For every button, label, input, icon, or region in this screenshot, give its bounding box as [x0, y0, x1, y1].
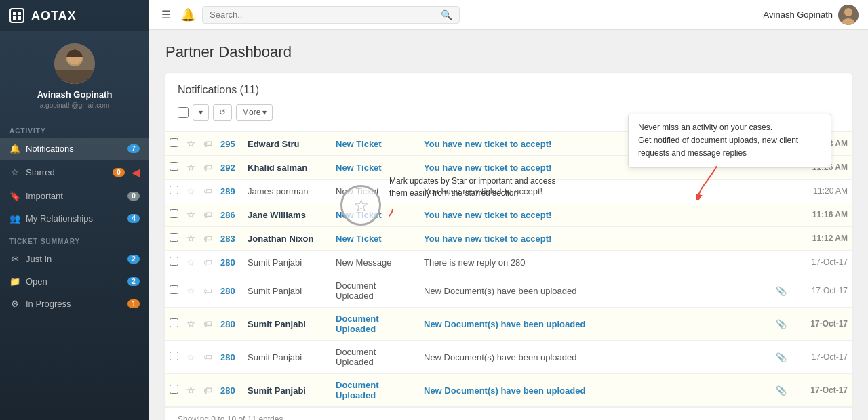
row-checkbox-cell[interactable] — [165, 180, 182, 203]
bookmark-cell[interactable]: 🏷 — [199, 251, 216, 274]
row-bookmark-icon[interactable]: 🏷 — [203, 210, 212, 220]
table-row: ☆ 🏷 280 Sumit Panjabi New Message There … — [165, 251, 852, 274]
select-all-checkbox[interactable] — [178, 107, 189, 118]
sidebar-item-just-in[interactable]: ✉ Just In 2 — [0, 248, 149, 270]
row-type[interactable]: New Ticket — [332, 132, 420, 156]
row-star-icon[interactable]: ☆ — [186, 257, 195, 268]
sidebar-item-important[interactable]: 🔖 Important 0 — [0, 185, 149, 207]
row-star-icon[interactable]: ☆ — [186, 385, 195, 396]
row-type[interactable]: New Message — [332, 251, 420, 274]
refresh-icon: ↺ — [219, 108, 226, 117]
row-star-icon[interactable]: ☆ — [186, 209, 195, 220]
row-checkbox-cell[interactable] — [165, 308, 182, 341]
row-time: 17-Oct-17 — [791, 251, 852, 274]
bookmark-cell[interactable]: 🏷 — [199, 203, 216, 227]
row-checkbox-cell[interactable] — [165, 341, 182, 374]
row-name: Sumit Panjabi — [243, 274, 332, 308]
row-bookmark-icon[interactable]: 🏷 — [203, 186, 212, 196]
sidebar-item-in-progress[interactable]: ⚙ In Progress 1 — [0, 293, 149, 315]
row-checkbox-cell[interactable] — [165, 156, 182, 180]
table-row: ☆ 🏷 280 Sumit Panjabi Document Uploaded … — [165, 374, 852, 407]
row-checkbox-cell[interactable] — [165, 227, 182, 251]
bookmark-cell[interactable]: 🏷 — [199, 308, 216, 341]
row-checkbox[interactable] — [170, 233, 178, 242]
row-checkbox-cell[interactable] — [165, 374, 182, 407]
notification-bell[interactable]: 🔔 — [180, 7, 195, 22]
row-star-icon[interactable]: ☆ — [186, 318, 195, 329]
row-star-icon[interactable]: ☆ — [186, 285, 195, 296]
star-cell[interactable]: ☆ — [182, 203, 199, 227]
sidebar-item-starred[interactable]: ☆ Starred 0 ◀ — [0, 160, 149, 185]
row-star-icon[interactable]: ☆ — [186, 233, 195, 244]
starred-arrow: ◀ — [132, 166, 140, 179]
refresh-button[interactable]: ↺ — [213, 104, 232, 121]
row-checkbox-cell[interactable] — [165, 251, 182, 274]
star-cell[interactable]: ☆ — [182, 180, 199, 203]
dropdown-arrow-button[interactable]: ▾ — [193, 104, 209, 121]
bookmark-cell[interactable]: 🏷 — [199, 227, 216, 251]
row-checkbox[interactable] — [170, 352, 178, 360]
row-checkbox[interactable] — [170, 138, 178, 147]
bookmark-cell[interactable]: 🏷 — [199, 341, 216, 374]
star-cell[interactable]: ☆ — [182, 227, 199, 251]
row-checkbox[interactable] — [170, 385, 178, 394]
row-attach-cell: 📎 — [772, 274, 791, 308]
star-cell[interactable]: ☆ — [182, 341, 199, 374]
row-checkbox[interactable] — [170, 285, 178, 294]
row-bookmark-icon[interactable]: 🏷 — [203, 163, 212, 173]
cog-icon: ⚙ — [9, 299, 20, 309]
row-star-icon[interactable]: ☆ — [186, 138, 195, 149]
row-bookmark-icon[interactable]: 🏷 — [203, 286, 212, 296]
row-checkbox[interactable] — [170, 186, 178, 194]
sidebar-item-my-relationships[interactable]: 👥 My Relationships 4 — [0, 207, 149, 230]
row-star-icon[interactable]: ☆ — [186, 352, 195, 362]
bookmark-cell[interactable]: 🏷 — [199, 180, 216, 203]
menu-icon[interactable]: ☰ — [159, 5, 174, 24]
search-input[interactable] — [210, 9, 437, 20]
bookmark-cell[interactable]: 🏷 — [199, 274, 216, 308]
row-bookmark-icon[interactable]: 🏷 — [203, 352, 212, 362]
topbar: ☰ 🔔 🔍 Avinash Gopinath — [149, 0, 868, 30]
row-checkbox[interactable] — [170, 257, 178, 266]
star-cell[interactable]: ☆ — [182, 274, 199, 308]
star-cell[interactable]: ☆ — [182, 132, 199, 156]
row-checkbox[interactable] — [170, 318, 178, 327]
more-button[interactable]: More ▾ — [236, 104, 273, 121]
sidebar-item-notifications[interactable]: 🔔 Notifications 7 — [0, 138, 149, 160]
row-checkbox-cell[interactable] — [165, 203, 182, 227]
row-star-icon[interactable]: ☆ — [186, 186, 195, 196]
row-checkbox-cell[interactable] — [165, 132, 182, 156]
row-star-icon[interactable]: ☆ — [186, 162, 195, 173]
activity-section-label: Activity — [0, 119, 149, 138]
row-name: Sumit Panjabi — [243, 374, 332, 407]
bookmark-cell[interactable]: 🏷 — [199, 156, 216, 180]
row-id: 295 — [216, 132, 243, 156]
attach-icon: 📎 — [776, 352, 787, 362]
row-checkbox[interactable] — [170, 209, 178, 218]
bookmark-cell[interactable]: 🏷 — [199, 132, 216, 156]
topbar-user[interactable]: Avinash Gopinath — [764, 5, 859, 25]
bookmark-cell[interactable]: 🏷 — [199, 374, 216, 407]
row-bookmark-icon[interactable]: 🏷 — [203, 257, 212, 268]
row-id: 280 — [216, 274, 243, 308]
row-type[interactable]: Document Uploaded — [332, 374, 420, 407]
row-bookmark-icon[interactable]: 🏷 — [203, 234, 212, 244]
row-time: 11:12 AM — [791, 227, 852, 251]
star-cell[interactable]: ☆ — [182, 251, 199, 274]
row-type[interactable]: Document Uploaded — [332, 341, 420, 374]
row-id: 286 — [216, 203, 243, 227]
star-cell[interactable]: ☆ — [182, 374, 199, 407]
row-checkbox[interactable] — [170, 162, 178, 171]
row-type[interactable]: Document Uploaded — [332, 308, 420, 341]
row-bookmark-icon[interactable]: 🏷 — [203, 385, 212, 396]
svg-rect-8 — [54, 70, 95, 84]
row-bookmark-icon[interactable]: 🏷 — [203, 319, 212, 329]
row-type[interactable]: Document Uploaded — [332, 274, 420, 308]
star-cell[interactable]: ☆ — [182, 308, 199, 341]
sidebar-item-open[interactable]: 📁 Open 2 — [0, 270, 149, 293]
search-bar: 🔍 — [202, 6, 460, 24]
row-bookmark-icon[interactable]: 🏷 — [203, 139, 212, 149]
search-icon[interactable]: 🔍 — [441, 9, 452, 20]
row-checkbox-cell[interactable] — [165, 274, 182, 308]
star-cell[interactable]: ☆ — [182, 156, 199, 180]
